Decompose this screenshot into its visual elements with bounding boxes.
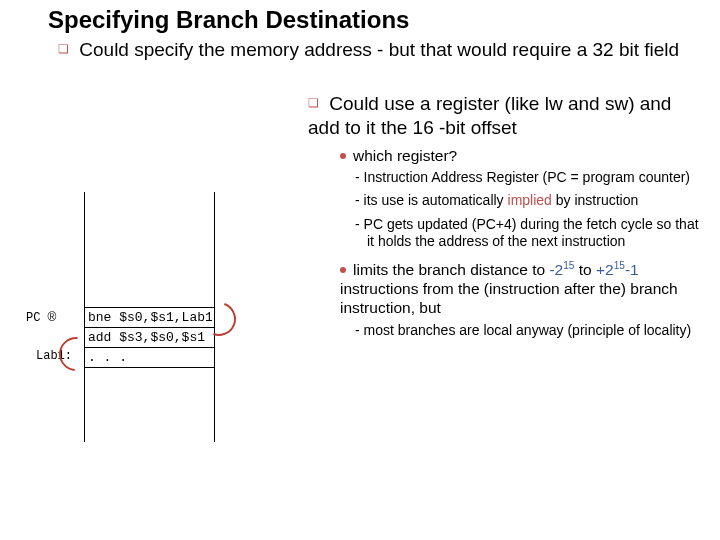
sub2-text-b: to	[574, 261, 596, 278]
range-high: +215-1	[596, 261, 639, 278]
diagram-hline	[84, 367, 214, 368]
arrow-icon: ®	[48, 310, 57, 324]
sub-bullet-1: which register?	[340, 146, 706, 165]
pc-label: PC ®	[26, 310, 56, 325]
bullet-square-icon: ❏	[308, 96, 319, 111]
dash-item: its use is automatically implied by inst…	[367, 192, 706, 209]
diagram-vline	[84, 192, 85, 442]
bullet-2-text: Could use a register (like lw and sw) an…	[308, 93, 671, 138]
range-low: -215	[549, 261, 574, 278]
dash-text: = program counter)	[567, 169, 690, 185]
dot-icon	[340, 267, 346, 273]
pc-diagram: PC ® Lab1: bne $s0,$s1,Lab1 add $s3,$s0,…	[64, 192, 274, 452]
dash-item: most branches are local anyway (principl…	[367, 322, 706, 339]
bullet-1: ❏ Could specify the memory address - but…	[58, 38, 695, 62]
diagram-hline	[84, 307, 214, 308]
dash-text: its use is automatically	[364, 192, 508, 208]
dash-text: by instruction	[552, 192, 638, 208]
instr-3: . . .	[88, 350, 127, 365]
bullet-1-text: Could specify the memory address - but t…	[79, 39, 679, 60]
bullet-square-icon: ❏	[58, 42, 69, 57]
instr-1: bne $s0,$s1,Lab1	[88, 310, 212, 325]
dash-item: PC gets updated (PC+4) during the fetch …	[367, 216, 706, 250]
dash-text: Instruction Address Register (	[364, 169, 548, 185]
sub2-text-a: limits the branch distance to	[353, 261, 549, 278]
sub2-text-c: instructions from the (instruction after…	[340, 280, 678, 316]
slide-title: Specifying Branch Destinations	[48, 6, 409, 34]
diagram-hline	[84, 347, 214, 348]
diagram-hline	[84, 327, 214, 328]
sub-bullet-2: limits the branch distance to -215 to +2…	[340, 260, 706, 318]
pc-abbrev: PC	[547, 169, 566, 185]
dash-item: Instruction Address Register (PC = progr…	[367, 169, 706, 186]
implied-highlight: implied	[508, 192, 552, 208]
dash-list-2: most branches are local anyway (principl…	[340, 322, 706, 339]
sub-bullet-1-text: which register?	[353, 147, 457, 164]
nested-content: which register? Instruction Address Regi…	[340, 146, 706, 345]
dot-icon	[340, 153, 346, 159]
instr-2: add $s3,$s0,$s1	[88, 330, 212, 345]
bullet-2: ❏ Could use a register (like lw and sw) …	[308, 92, 702, 140]
dash-list-1: Instruction Address Register (PC = progr…	[340, 169, 706, 249]
